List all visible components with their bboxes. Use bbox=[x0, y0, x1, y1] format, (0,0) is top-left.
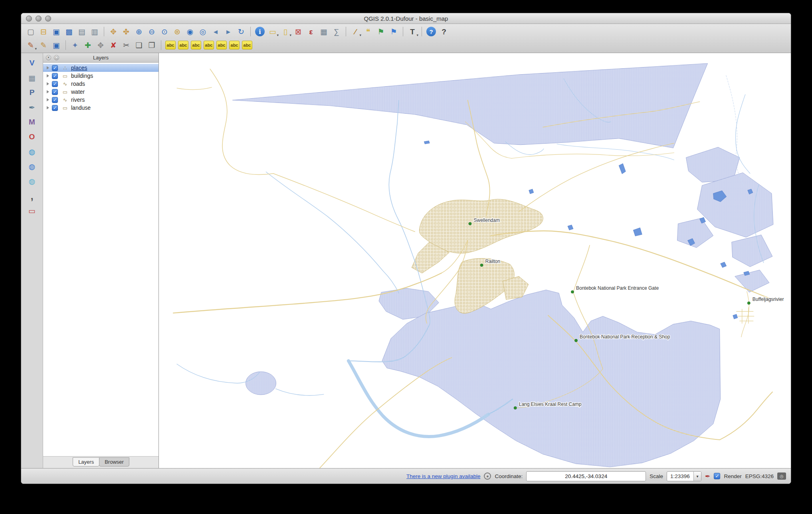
add-wcs-layer-button[interactable]: ◍ bbox=[26, 160, 38, 172]
add-vector-layer-button[interactable]: V bbox=[26, 57, 38, 69]
new-bookmark-button[interactable]: ⚑ bbox=[375, 26, 387, 37]
expand-arrow-icon[interactable] bbox=[47, 90, 49, 93]
save-project-button[interactable]: ▣ bbox=[50, 26, 62, 37]
titlebar[interactable]: QGIS 2.0.1-Dufour - basic_map bbox=[21, 13, 791, 24]
close-button[interactable] bbox=[26, 16, 32, 22]
field-calculator-button[interactable]: ∑ bbox=[331, 26, 343, 37]
new-shapefile-layer-button[interactable]: ▭ bbox=[26, 205, 38, 217]
move-feature-button[interactable]: ✥ bbox=[95, 40, 107, 51]
pan-map-button[interactable]: ✥ bbox=[107, 26, 119, 37]
chevron-down-icon[interactable]: ▾ bbox=[693, 472, 701, 481]
save-layer-edits-button[interactable]: ▣ bbox=[50, 40, 62, 51]
layer-label[interactable]: water bbox=[71, 89, 85, 95]
pin-labels-button[interactable]: abc bbox=[178, 41, 188, 49]
layer-row-water[interactable]: ▭ water bbox=[43, 88, 158, 96]
scale-combo[interactable]: 1:23396 ▾ bbox=[667, 471, 701, 481]
move-label-button[interactable]: abc bbox=[204, 41, 214, 49]
layer-row-landuse[interactable]: ▭ landuse bbox=[43, 104, 158, 112]
refresh-button[interactable]: ↻ bbox=[235, 26, 247, 37]
paste-features-button[interactable]: ❐ bbox=[146, 40, 158, 51]
zoom-in-button[interactable]: ⊕ bbox=[133, 26, 145, 37]
tab-browser[interactable]: Browser bbox=[99, 457, 129, 467]
change-label-properties-button[interactable]: abc bbox=[242, 41, 252, 49]
add-postgis-layer-button[interactable]: P bbox=[26, 87, 38, 99]
expand-arrow-icon[interactable] bbox=[47, 66, 49, 69]
layer-label[interactable]: landuse bbox=[71, 105, 91, 111]
layer-label[interactable]: buildings bbox=[71, 73, 93, 79]
add-mssql-layer-button[interactable]: M bbox=[26, 116, 38, 128]
layer-visibility-checkbox[interactable] bbox=[52, 89, 58, 95]
layer-row-roads[interactable]: ∿ roads bbox=[43, 80, 158, 88]
expand-arrow-icon[interactable] bbox=[47, 82, 49, 85]
node-tool-button[interactable]: ✦ bbox=[69, 40, 81, 51]
plugin-link[interactable]: There is a new plugin available bbox=[406, 473, 480, 479]
deselect-all-layers-button[interactable]: ⊠ bbox=[292, 26, 304, 37]
new-project-button[interactable]: ▢ bbox=[25, 26, 37, 37]
panel-close-button[interactable]: ✕ bbox=[46, 55, 51, 60]
add-raster-layer-button[interactable]: ▦ bbox=[26, 72, 38, 84]
help-contents-button[interactable]: ? bbox=[426, 27, 436, 36]
zoom-to-selection-button[interactable]: ◉ bbox=[184, 26, 196, 37]
rotate-label-button[interactable]: abc bbox=[216, 41, 227, 49]
render-brush-icon[interactable]: ✒ bbox=[705, 472, 710, 480]
save-project-as-button[interactable]: ▩ bbox=[63, 26, 75, 37]
layer-row-buildings[interactable]: ▭ buildings bbox=[43, 72, 158, 80]
layer-row-rivers[interactable]: ∿ rivers bbox=[43, 96, 158, 104]
cut-features-button[interactable]: ✂ bbox=[120, 40, 132, 51]
zoom-native-button[interactable]: ⊙ bbox=[158, 26, 170, 37]
measure-button[interactable]: ∕ bbox=[349, 26, 361, 37]
select-features-button[interactable]: ▭ bbox=[267, 26, 279, 37]
toggle-editing-button[interactable]: ✎ bbox=[38, 40, 50, 51]
tab-layers[interactable]: Layers bbox=[73, 457, 99, 467]
add-feature-button[interactable]: ✚ bbox=[82, 40, 94, 51]
add-oracle-layer-button[interactable]: O bbox=[26, 131, 38, 143]
whats-this-button[interactable]: ? bbox=[438, 26, 450, 37]
expand-arrow-icon[interactable] bbox=[47, 106, 49, 109]
layer-visibility-checkbox[interactable] bbox=[52, 97, 58, 103]
layer-labeling-options-button[interactable]: abc bbox=[165, 41, 176, 49]
layer-visibility-checkbox[interactable] bbox=[52, 81, 58, 87]
layer-visibility-checkbox[interactable] bbox=[52, 65, 58, 71]
zoom-to-layer-button[interactable]: ◎ bbox=[197, 26, 209, 37]
crs-status-icon[interactable]: ◎ bbox=[777, 472, 786, 480]
text-annotation-button[interactable]: T bbox=[406, 26, 418, 37]
delete-selected-button[interactable]: ✘ bbox=[107, 40, 119, 51]
plugin-icon[interactable]: ● bbox=[484, 472, 491, 480]
layer-label[interactable]: roads bbox=[71, 81, 85, 87]
new-print-composer-button[interactable]: ▤ bbox=[76, 26, 88, 37]
highlight-pinned-labels-button[interactable]: abc bbox=[191, 41, 201, 49]
expand-arrow-icon[interactable] bbox=[47, 74, 49, 77]
pan-to-selection-button[interactable]: ✤ bbox=[120, 26, 132, 37]
open-attribute-table-button[interactable]: ▦ bbox=[318, 26, 330, 37]
layer-row-places[interactable]: ∴ places bbox=[43, 64, 158, 72]
add-wms-layer-button[interactable]: ◍ bbox=[26, 146, 38, 158]
layer-visibility-checkbox[interactable] bbox=[52, 105, 58, 111]
add-wfs-layer-button[interactable]: ◍ bbox=[26, 175, 38, 187]
select-by-expression-button[interactable]: ε bbox=[305, 26, 317, 37]
add-spatialite-layer-button[interactable]: ✒ bbox=[26, 101, 38, 113]
layer-visibility-checkbox[interactable] bbox=[52, 73, 58, 79]
deselect-features-button[interactable]: ▯ bbox=[279, 26, 291, 37]
zoom-next-button[interactable]: ▶ bbox=[222, 26, 234, 37]
show-bookmarks-button[interactable]: ⚑ bbox=[388, 26, 400, 37]
current-edits-button[interactable]: ✎ bbox=[25, 40, 37, 51]
add-delimited-text-layer-button[interactable]: , bbox=[26, 190, 38, 202]
map-tips-button[interactable]: ❝ bbox=[362, 26, 374, 37]
layer-label[interactable]: rivers bbox=[71, 97, 85, 103]
composer-manager-button[interactable]: ▥ bbox=[89, 26, 101, 37]
identify-features-button[interactable]: ℹ bbox=[255, 27, 265, 36]
zoom-last-button[interactable]: ◀ bbox=[210, 26, 222, 37]
coordinate-input[interactable] bbox=[526, 471, 646, 481]
panel-float-button[interactable]: ◻ bbox=[54, 55, 59, 60]
minimize-button[interactable] bbox=[36, 16, 42, 22]
layer-label[interactable]: places bbox=[71, 65, 87, 71]
zoom-out-button[interactable]: ⊖ bbox=[146, 26, 158, 37]
zoom-full-button[interactable]: ⊛ bbox=[171, 26, 183, 37]
expand-arrow-icon[interactable] bbox=[47, 98, 49, 101]
show-hide-labels-button[interactable]: abc bbox=[229, 41, 240, 49]
zoom-window-button[interactable] bbox=[45, 16, 51, 22]
copy-features-button[interactable]: ❏ bbox=[133, 40, 145, 51]
map-canvas[interactable]: SwellendamRailtonBontebok National Park … bbox=[159, 53, 791, 468]
open-project-button[interactable]: ⊟ bbox=[38, 26, 50, 37]
render-checkbox[interactable] bbox=[714, 473, 720, 479]
